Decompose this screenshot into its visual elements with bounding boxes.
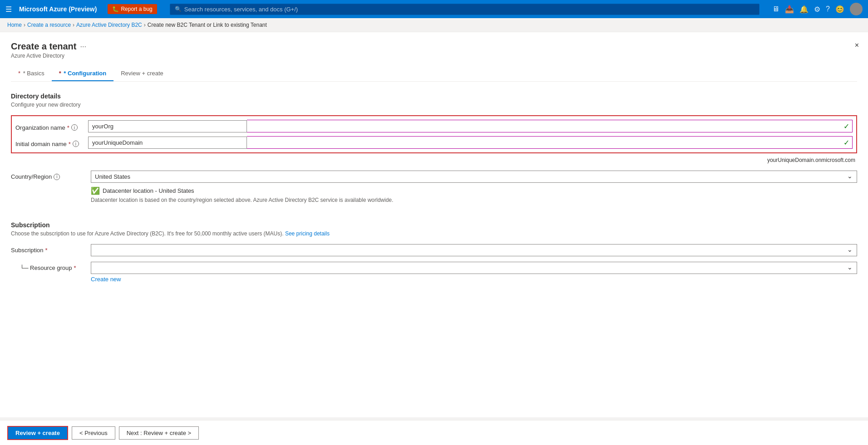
- subscription-control: [91, 244, 857, 256]
- subscription-desc: Choose the subscription to use for Azure…: [11, 230, 857, 237]
- nav-icons: 🖥 📥 🔔 ⚙ ? 😊: [772, 3, 863, 15]
- domain-name-check-icon: ✓: [843, 138, 849, 147]
- domain-name-label: Initial domain name * i: [15, 138, 88, 147]
- close-icon[interactable]: ×: [855, 41, 859, 49]
- search-input[interactable]: [184, 6, 755, 13]
- main-content: Create a tenant ··· Azure Active Directo…: [0, 32, 868, 417]
- domain-suffix: yourUniqueDomain.onmicrosoft.com: [11, 157, 857, 163]
- feedback-icon[interactable]: 😊: [835, 5, 844, 14]
- domain-name-info-icon[interactable]: i: [73, 141, 79, 147]
- settings-icon[interactable]: ⚙: [814, 5, 820, 14]
- org-name-label: Organization name * i: [15, 122, 88, 131]
- resource-group-select-wrap: [91, 262, 857, 274]
- country-label: Country/Region i: [11, 171, 84, 180]
- screen-icon[interactable]: 🖥: [772, 5, 779, 13]
- resource-group-label: └─ Resource group *: [11, 262, 84, 271]
- app-title: Microsoft Azure (Preview): [19, 5, 97, 13]
- subscription-select[interactable]: [91, 244, 857, 256]
- create-new-link[interactable]: Create new: [91, 276, 121, 283]
- page-subtitle: Azure Active Directory: [11, 53, 857, 59]
- org-name-check-icon: ✓: [843, 122, 849, 131]
- subscription-section: Subscription Choose the subscription to …: [11, 221, 857, 283]
- breadcrumb-home[interactable]: Home: [7, 22, 22, 28]
- page-title: Create a tenant: [11, 41, 77, 52]
- search-icon: 🔍: [175, 6, 182, 12]
- hamburger-icon[interactable]: ☰: [5, 5, 12, 14]
- datacenter-label: Datacenter location - United States: [103, 187, 194, 194]
- datacenter-desc: Datacenter location is based on the coun…: [91, 197, 857, 203]
- resource-group-select[interactable]: [91, 262, 857, 274]
- avatar[interactable]: [850, 3, 863, 15]
- resource-group-control: Create new: [91, 262, 857, 283]
- red-outline-fields: Organization name * i ✓ Initial domain n…: [11, 115, 857, 153]
- resource-group-row: └─ Resource group * Create new: [11, 262, 857, 283]
- directory-details-title: Directory details: [11, 93, 857, 100]
- country-select-wrap: United States: [91, 171, 857, 183]
- breadcrumb-create-resource[interactable]: Create a resource: [27, 22, 71, 28]
- download-icon[interactable]: 📥: [785, 5, 794, 14]
- notification-icon[interactable]: 🔔: [799, 5, 809, 14]
- org-name-input[interactable]: [88, 120, 247, 132]
- help-icon[interactable]: ?: [826, 5, 830, 13]
- tab-basics[interactable]: * Basics: [11, 66, 52, 81]
- org-name-info-icon[interactable]: i: [71, 124, 78, 131]
- breadcrumb-aad-b2c[interactable]: Azure Active Directory B2C: [76, 22, 142, 28]
- country-row: Country/Region i United States ✅ Datacen…: [11, 171, 857, 212]
- datacenter-info: ✅ Datacenter location - United States: [91, 186, 857, 195]
- country-info-icon[interactable]: i: [54, 174, 60, 180]
- subscription-title: Subscription: [11, 221, 857, 229]
- tab-review-create[interactable]: Review + create: [113, 66, 171, 81]
- report-bug-button[interactable]: 🐛 Report a bug: [108, 4, 157, 14]
- subscription-label: Subscription *: [11, 244, 84, 254]
- more-options-icon[interactable]: ···: [80, 43, 86, 51]
- bug-icon: 🐛: [112, 6, 119, 12]
- breadcrumb-current: Create new B2C Tenant or Link to existin…: [148, 22, 267, 28]
- breadcrumb: Home › Create a resource › Azure Active …: [0, 18, 868, 32]
- tabs: * Basics * Configuration Review + create: [11, 66, 857, 82]
- country-select[interactable]: United States: [91, 171, 857, 183]
- subscription-row: Subscription *: [11, 244, 857, 256]
- subscription-select-wrap: [91, 244, 857, 256]
- country-control: United States ✅ Datacenter location - Un…: [91, 171, 857, 212]
- top-navigation: ☰ Microsoft Azure (Preview) 🐛 Report a b…: [0, 0, 868, 18]
- search-bar[interactable]: 🔍: [170, 4, 760, 15]
- datacenter-check-icon: ✅: [91, 186, 100, 195]
- domain-name-input[interactable]: [88, 137, 247, 149]
- tab-configuration[interactable]: * Configuration: [52, 66, 114, 81]
- directory-details-desc: Configure your new directory: [11, 102, 857, 108]
- pricing-details-link[interactable]: See pricing details: [285, 230, 330, 237]
- directory-details-section: Directory details Configure your new dir…: [11, 93, 857, 212]
